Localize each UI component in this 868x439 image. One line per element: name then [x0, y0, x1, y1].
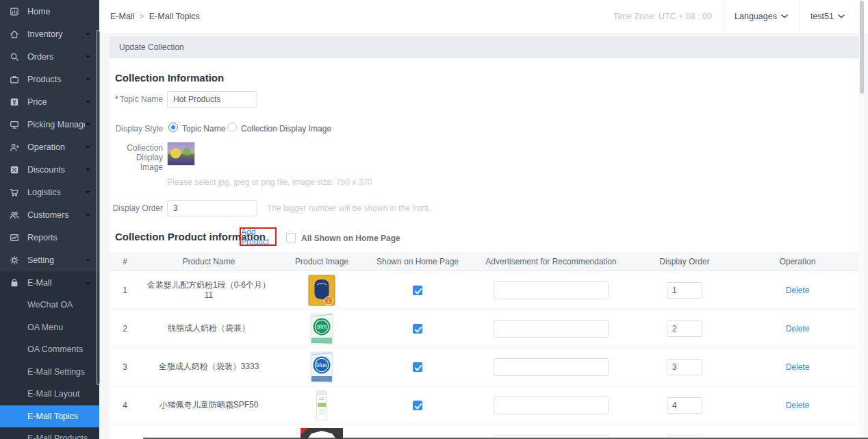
radio-collection-display-image-label: Collection Display Image	[241, 124, 331, 134]
user-dropdown[interactable]: test51	[800, 0, 856, 33]
table-row: 4 小猪佩奇儿童防晒霜SPF50 Delete	[110, 386, 859, 425]
submenu-item-emall-settings[interactable]: E-Mall Settings	[0, 361, 99, 384]
sidebar-item-orders[interactable]: Orders	[0, 45, 99, 68]
sidebar-scrollbar-thumb[interactable]	[96, 30, 100, 385]
sidebar-item-reports[interactable]: Reports	[0, 226, 99, 249]
magnifier-icon	[10, 52, 19, 62]
submenu-item-emall-layout[interactable]: E-Mall Layout	[0, 383, 99, 405]
collection-information-heading: Collection Information	[115, 72, 224, 84]
advertisement-input[interactable]	[494, 281, 609, 299]
submenu-item-oa-comments[interactable]: OA Comments	[0, 338, 99, 361]
chevron-down-icon	[85, 32, 91, 36]
table-row: 1 金装婴儿配方奶粉1段（0-6个月）11 1 Delete	[110, 271, 859, 310]
delete-button[interactable]: Delete	[786, 286, 810, 295]
product-image-sunscreen	[316, 390, 328, 421]
radio-collection-display-image[interactable]	[227, 123, 237, 132]
breadcrumb-page: E-Mall Topics	[149, 12, 200, 21]
briefcase-icon	[10, 75, 19, 84]
row-display-order-input[interactable]	[667, 282, 702, 299]
sidebar-item-label: E-Mall	[27, 278, 85, 288]
delete-button[interactable]: Delete	[786, 324, 810, 334]
delete-button[interactable]: Delete	[786, 401, 810, 410]
row-index: 3	[123, 362, 127, 372]
chevron-down-icon	[85, 55, 91, 59]
sidebar-item-emall[interactable]: E-Mall	[0, 271, 99, 294]
table-row	[110, 425, 859, 439]
col-header-product-image: Product Image	[295, 257, 348, 266]
sidebar-item-setting[interactable]: Setting	[0, 249, 99, 271]
display-order-input[interactable]	[167, 200, 257, 216]
product-name: 全脂成人奶粉（袋装）3333	[156, 362, 262, 372]
sidebar-item-label: Picking Manage	[27, 120, 85, 129]
svg-text:trim: trim	[317, 323, 327, 329]
sidebar-item-operation[interactable]: Operation	[0, 136, 99, 158]
submenu-item-emall-products[interactable]: E-Mall Products	[0, 427, 99, 439]
advertisement-input[interactable]	[494, 397, 609, 414]
collection-display-image-label: Collection Display Image	[110, 143, 163, 172]
collection-display-image-thumbnail[interactable]	[167, 142, 195, 166]
sidebar-item-price[interactable]: Price	[0, 90, 99, 113]
all-shown-checkbox[interactable]	[286, 233, 296, 242]
sidebar-item-logistics[interactable]: Logistics	[0, 181, 99, 203]
row-display-order-input[interactable]	[667, 359, 702, 375]
radio-topic-name[interactable]	[168, 123, 178, 132]
radio-topic-name-label: Topic Name	[182, 124, 225, 134]
shown-checkbox[interactable]	[413, 401, 422, 410]
table-header-row: # Product Name Product Image Shown on Ho…	[110, 252, 859, 271]
submenu-item-emall-topics[interactable]: E-Mall Topics	[0, 405, 99, 428]
shown-checkbox[interactable]	[413, 286, 422, 295]
house-icon	[10, 29, 19, 39]
all-shown-label: All Shown on Home Page	[301, 234, 400, 243]
breadcrumb: E-Mall > E-Mall Topics	[110, 12, 200, 21]
submenu-item-wechat-oa[interactable]: WeChat OA	[0, 294, 99, 316]
sidebar-item-products[interactable]: Products	[0, 68, 99, 90]
topbar: E-Mall > E-Mall Topics Time Zone: UTC + …	[99, 0, 868, 33]
languages-dropdown[interactable]: Languages	[724, 0, 799, 33]
sidebar-item-inventory[interactable]: Inventory	[0, 23, 99, 45]
svg-text:blue: blue	[316, 361, 327, 368]
user-label: test51	[810, 12, 834, 21]
topic-name-input[interactable]	[167, 91, 257, 108]
delete-button[interactable]: Delete	[786, 362, 810, 372]
sidebar-item-label: Reports	[27, 233, 91, 242]
submenu-label: OA Menu	[27, 323, 63, 332]
submenu-label: E-Mall Products	[27, 434, 88, 439]
update-collection-panel: Update Collection Collection Information…	[110, 36, 860, 439]
advertisement-input[interactable]	[494, 320, 609, 338]
shown-checkbox[interactable]	[413, 362, 422, 372]
submenu-item-oa-menu[interactable]: OA Menu	[0, 316, 99, 339]
page-scrollbar-track[interactable]	[859, 0, 864, 439]
chevron-down-icon	[85, 213, 91, 217]
col-header-shown: Shown on Home Page	[376, 257, 459, 266]
discount-icon	[10, 165, 19, 175]
image-hint-text: Please select jpg, jpeg or png file, ima…	[167, 177, 372, 187]
row-display-order-input[interactable]	[667, 321, 702, 337]
chevron-down-icon	[85, 168, 91, 172]
sidebar-item-label: Products	[27, 75, 85, 84]
chevron-down-icon	[85, 123, 91, 127]
required-asterisk: *	[115, 95, 118, 104]
table-row: 2 脱脂成人奶粉（袋装） trim Delete	[110, 310, 859, 348]
person-icon	[10, 142, 19, 152]
breadcrumb-section[interactable]: E-Mall	[110, 12, 134, 21]
sidebar-item-label: Orders	[27, 52, 85, 62]
chevron-down-icon	[838, 14, 845, 18]
submenu-label: WeChat OA	[27, 300, 73, 310]
people-icon	[10, 210, 19, 220]
shown-checkbox[interactable]	[413, 324, 422, 334]
sidebar-item-customers[interactable]: Customers	[0, 203, 99, 226]
col-header-index: #	[123, 257, 127, 266]
advertisement-input[interactable]	[494, 358, 609, 376]
add-product-button[interactable]: Add Product	[241, 227, 275, 247]
row-display-order-input[interactable]	[667, 397, 702, 414]
sidebar: Home Inventory Orders Products Price Pic…	[0, 0, 99, 439]
product-image-blue: blue	[310, 351, 333, 383]
sidebar-item-discounts[interactable]: Discounts	[0, 158, 99, 181]
breadcrumb-separator: >	[139, 12, 144, 21]
page-scrollbar-thumb[interactable]	[860, 1, 864, 94]
sidebar-item-home[interactable]: Home	[0, 0, 99, 23]
sidebar-item-label: Setting	[27, 255, 85, 265]
sidebar-item-picking-manage[interactable]: Picking Manage	[0, 113, 99, 136]
chevron-down-icon	[85, 145, 91, 149]
col-header-product-name: Product Name	[183, 257, 235, 266]
